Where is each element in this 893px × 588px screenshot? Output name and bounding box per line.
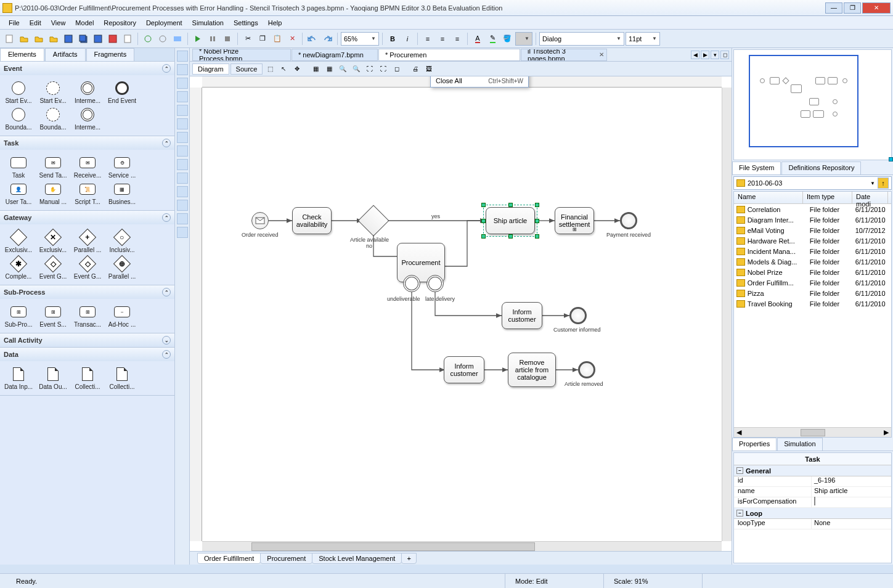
print-icon[interactable]: 🖨 (409, 63, 422, 75)
deploy-icon[interactable] (171, 32, 184, 46)
boundary-event-1[interactable] (403, 275, 420, 292)
cut-icon[interactable]: ✂ (241, 32, 255, 46)
align-right-icon[interactable]: ≡ (451, 32, 464, 46)
folder-up-button[interactable]: ↑ (878, 178, 889, 189)
editor-tab[interactable]: * Procuremen (378, 49, 520, 61)
prop-row[interactable]: nameShip article (734, 487, 891, 497)
palette-item[interactable]: ✱Comple... (1, 256, 36, 280)
checkbox[interactable] (814, 497, 815, 505)
exportimg-icon[interactable]: 🖼 (423, 63, 435, 75)
menu-repository[interactable]: Repository (99, 18, 141, 28)
palette-tab-elements[interactable]: Elements (0, 48, 44, 61)
file-row[interactable]: Travel BookingFile folder6/11/2010 (734, 298, 891, 309)
task-financial-settlement[interactable]: Financial settlement⊞ (555, 207, 594, 234)
palette-item[interactable]: End Event (105, 80, 139, 104)
file-row[interactable]: Incident Mana...File folder6/11/2010 (734, 246, 891, 256)
menu-file[interactable]: File (4, 18, 25, 28)
palette-item[interactable]: ~Ad-Hoc ... (105, 304, 139, 328)
col-name[interactable]: Name (734, 192, 803, 203)
zoomout-icon[interactable]: 🔍 (350, 63, 362, 75)
save-icon[interactable] (62, 32, 75, 46)
sheet-tab[interactable]: Procurement (260, 553, 312, 564)
vscrollbar[interactable] (722, 88, 732, 541)
zoomfull-icon[interactable]: ⛶ (377, 63, 389, 75)
palette-item[interactable]: Bounda... (36, 107, 70, 131)
export-icon[interactable] (106, 32, 120, 46)
sheet-tab[interactable]: Stock Level Management (312, 553, 402, 564)
vbtn-icon[interactable] (177, 173, 188, 184)
tab-next-icon[interactable]: ▶ (701, 51, 709, 59)
open3-icon[interactable] (47, 32, 60, 46)
palette-tab-fragments[interactable]: Fragments (86, 48, 135, 61)
palette-item[interactable]: Interme... (70, 107, 105, 131)
palette-item[interactable]: Interme... (70, 80, 105, 104)
palette-item[interactable]: ⊕Parallel ... (105, 256, 139, 280)
task-inform-customer-2[interactable]: Inform customer (444, 356, 484, 383)
palette-item[interactable]: ✉Receive... (70, 155, 105, 179)
palette-item[interactable]: ⊞Transac... (70, 304, 105, 328)
file-row[interactable]: Nobel PrizeFile folder6/11/2010 (734, 267, 891, 277)
palette-item[interactable]: 👤User Ta... (1, 181, 36, 205)
task-check-availability[interactable]: Check availability (292, 207, 332, 234)
open-icon[interactable] (17, 32, 31, 46)
tab-list-icon[interactable]: ▾ (711, 51, 719, 59)
end-event-payment[interactable] (620, 212, 637, 229)
col-type[interactable]: Item type (803, 192, 852, 203)
gateway-article-available[interactable] (358, 205, 389, 237)
menu-view[interactable]: View (46, 18, 71, 28)
vbtn-icon[interactable] (177, 227, 188, 238)
editor-tab[interactable]: * Nobel Prize Process.bpmn (192, 49, 291, 61)
highlight-icon[interactable]: ✎ (486, 32, 499, 46)
start-event[interactable] (251, 212, 269, 229)
ctx-close-all[interactable]: Close AllCtrl+Shift+W (431, 76, 528, 87)
bold-icon[interactable]: B (386, 32, 399, 46)
palette-group-header[interactable]: Sub-Process⌃ (0, 285, 174, 299)
vbtn-icon[interactable] (177, 213, 188, 224)
palette-item[interactable]: Collecti... (70, 366, 105, 390)
vbtn-icon[interactable] (177, 132, 188, 143)
pan-tool-icon[interactable]: ✥ (291, 63, 303, 75)
task-ship-article[interactable]: Ship article (486, 207, 535, 234)
palette-group-header[interactable]: Call Activity⌄ (0, 333, 174, 347)
file-row[interactable]: PizzaFile folder6/11/2010 (734, 288, 891, 298)
boundary-event-2[interactable] (426, 275, 444, 292)
fill-icon[interactable]: 🪣 (500, 32, 514, 46)
font-select[interactable]: Dialog▼ (539, 32, 624, 46)
palette-group-header[interactable]: Task⌃ (0, 136, 174, 150)
palette-item[interactable]: Start Ev... (1, 80, 36, 104)
open2-icon[interactable] (32, 32, 46, 46)
palette-item[interactable]: Data Inp... (1, 366, 36, 390)
copy-icon[interactable]: ❐ (256, 32, 269, 46)
delete-icon[interactable]: ✕ (285, 32, 299, 46)
props-section-loop[interactable]: −Loop (734, 508, 891, 519)
maximize-button[interactable]: ❐ (844, 2, 861, 14)
file-row[interactable]: Diagram Inter...File folder6/11/2010 (734, 214, 891, 225)
file-row[interactable]: Models & Diag...File folder6/11/2010 (734, 256, 891, 267)
select-tool-icon[interactable]: ⬚ (264, 63, 276, 75)
menu-simulation[interactable]: Simulation (187, 18, 229, 28)
simulation-tab[interactable]: Simulation (777, 438, 822, 451)
col-date[interactable]: Date modi (852, 192, 888, 203)
overview-resize-handle[interactable] (889, 157, 893, 161)
palette-item[interactable]: +Parallel ... (70, 229, 105, 253)
file-row[interactable]: CorrelationFile folder6/11/2010 (734, 204, 891, 214)
palette-item[interactable]: ▦Busines... (105, 181, 139, 205)
align-left-icon[interactable]: ≡ (421, 32, 434, 46)
task-inform-customer-1[interactable]: Inform customer (502, 302, 542, 329)
folder-select[interactable]: 2010-06-03 ▼ ↑ (733, 176, 892, 190)
pointer-tool-icon[interactable]: ↖ (277, 63, 290, 75)
vbtn-icon[interactable] (177, 64, 188, 75)
saveas-icon[interactable] (91, 32, 105, 46)
vbtn-icon[interactable] (177, 159, 188, 170)
palette-item[interactable]: ⊞Sub-Pro... (1, 304, 36, 328)
filelist-scrollbar[interactable]: ◀▶ (734, 427, 891, 437)
saveall-icon[interactable] (76, 32, 90, 46)
fontsize-select[interactable]: 11pt▼ (626, 32, 660, 46)
palette-item[interactable]: Start Ev... (36, 80, 70, 104)
vbtn-icon[interactable] (177, 105, 188, 116)
menu-model[interactable]: Model (70, 18, 99, 28)
palette-item[interactable]: Exclusiv... (1, 229, 36, 253)
palette-item[interactable]: Data Ou... (36, 366, 70, 390)
palette-item[interactable]: 📜Script T... (70, 181, 105, 205)
new-icon[interactable] (2, 32, 16, 46)
